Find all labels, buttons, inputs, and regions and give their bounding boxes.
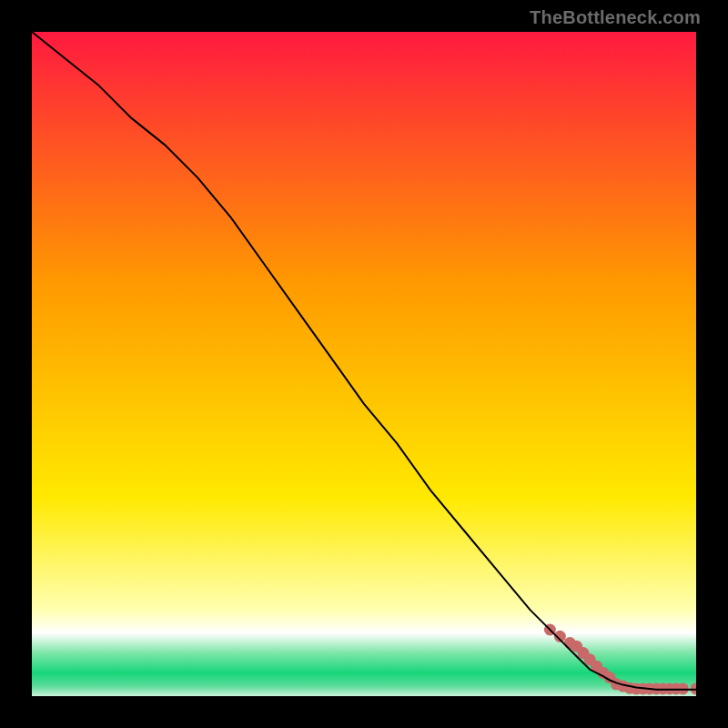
- chart-svg: [32, 32, 696, 696]
- attribution-label: TheBottleneck.com: [530, 7, 701, 28]
- chart-frame: TheBottleneck.com: [0, 0, 728, 728]
- gradient-background: [32, 32, 696, 696]
- plot-area: [32, 32, 696, 696]
